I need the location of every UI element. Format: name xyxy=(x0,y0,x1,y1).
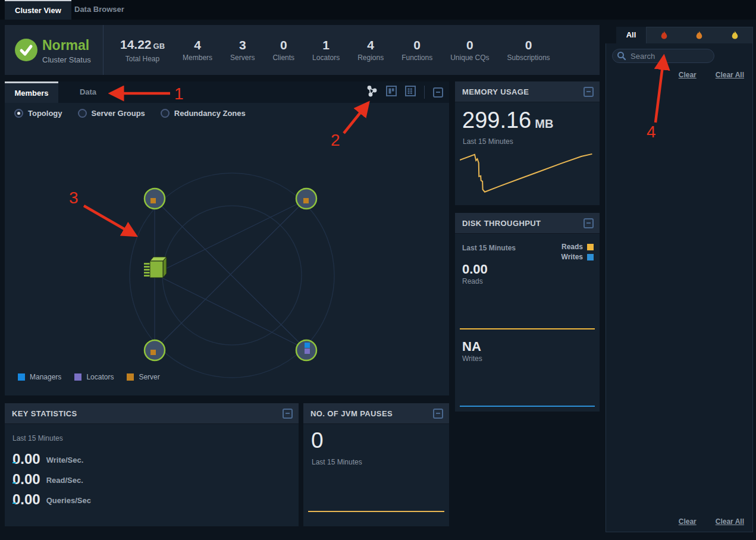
server-color-swatch xyxy=(127,373,134,381)
disk-throughput-widget: DISK THROUGHPUT Last 15 Minutes Reads Wr… xyxy=(455,213,600,412)
stat-unique-cqs: 0Unique CQs xyxy=(450,38,489,62)
jvm-pauses-caption: Last 15 Minutes xyxy=(312,458,362,466)
top-tab-bar: Cluster View Data Browser xyxy=(0,0,756,20)
collapse-icon-jvm[interactable] xyxy=(433,409,443,419)
disk-reads-chart xyxy=(460,327,595,331)
cluster-status-label: Cluster Status xyxy=(42,55,91,64)
cluster-header: Normal Cluster Status 14.22GB Total Heap… xyxy=(5,25,600,75)
jvm-pauses-widget: NO. OF JVM PAUSES 0 Last 15 Minutes xyxy=(303,403,449,526)
alert-severity-tabs xyxy=(646,27,753,43)
error-flame-icon[interactable] xyxy=(682,27,717,43)
member-node-server-1[interactable] xyxy=(145,189,165,209)
stat-locators: 1Locators xyxy=(312,38,340,62)
tab-cluster-view[interactable]: Cluster View xyxy=(5,0,71,20)
alerts-panel: All Clear Clear All Clear Clear All xyxy=(606,27,753,532)
clear-link-bottom[interactable]: Clear xyxy=(679,517,697,526)
cluster-status-block: Normal Cluster Status xyxy=(5,25,103,75)
cluster-status-value: Normal xyxy=(42,37,89,54)
stat-total-heap: 14.22GB Total Heap xyxy=(120,37,165,63)
legend-locators: Locators xyxy=(74,373,114,381)
jvm-pauses-chart xyxy=(308,510,444,513)
disk-throughput-title: DISK THROUGHPUT xyxy=(462,219,541,228)
disk-reads-value: 0.00 xyxy=(462,262,488,277)
jvm-pauses-value: 0 xyxy=(311,428,324,453)
alerts-tab-all[interactable]: All xyxy=(616,27,646,43)
warning-flame-icon[interactable] xyxy=(717,27,752,43)
stat-clients: 0Clients xyxy=(272,38,294,62)
members-panel: Members Data xyxy=(5,81,449,395)
host-member-icon[interactable] xyxy=(144,257,167,278)
writes-color-swatch xyxy=(587,254,594,260)
cluster-stats-row: 14.22GB Total Heap 4Members 3Servers 0Cl… xyxy=(103,25,600,75)
key-statistics-widget: KEY STATISTICS Last 15 Minutes 0.00 Writ… xyxy=(5,403,299,526)
critical-flame-icon[interactable] xyxy=(647,27,682,43)
stat-functions: 0Functions xyxy=(401,38,432,62)
key-statistics-caption: Last 15 Minutes xyxy=(12,434,63,442)
member-node-server-2[interactable] xyxy=(296,189,316,209)
clear-all-link-bottom[interactable]: Clear All xyxy=(716,517,744,526)
disk-throughput-legend: Reads Writes xyxy=(561,243,594,261)
collapse-icon-disk[interactable] xyxy=(584,218,594,228)
search-icon xyxy=(617,51,626,61)
stat-members: 4Members xyxy=(183,38,212,62)
legend-writes: Writes xyxy=(561,253,594,261)
managers-color-swatch xyxy=(18,373,25,381)
legend-managers: Managers xyxy=(18,373,61,381)
memory-usage-chart xyxy=(460,150,595,200)
jvm-pauses-title: NO. OF JVM PAUSES xyxy=(310,409,393,418)
disk-writes-value: NA xyxy=(462,339,481,354)
member-node-server-3[interactable] xyxy=(145,340,165,360)
tab-data-browser[interactable]: Data Browser xyxy=(64,0,134,20)
disk-writes-label: Writes xyxy=(462,354,482,363)
memory-usage-title: MEMORY USAGE xyxy=(462,87,529,96)
legend-reads: Reads xyxy=(561,243,594,251)
grid-view-icon[interactable] xyxy=(405,86,416,99)
stat-subscriptions: 0Subscriptions xyxy=(507,38,550,62)
alerts-search-input[interactable] xyxy=(612,49,714,63)
status-check-icon xyxy=(15,39,37,61)
treemap-view-icon[interactable] xyxy=(386,86,397,99)
clear-link-top[interactable]: Clear xyxy=(679,71,697,79)
disk-writes-chart xyxy=(460,404,595,408)
disk-throughput-caption: Last 15 Minutes xyxy=(462,244,516,252)
alerts-list: Clear Clear All Clear Clear All xyxy=(606,43,753,532)
collapse-icon-members[interactable] xyxy=(433,87,443,98)
member-node-manager-locator[interactable] xyxy=(296,340,316,360)
stat-row-writes: 0.00 Write/Sec. xyxy=(12,446,290,466)
topology-graph xyxy=(5,103,449,395)
disk-reads-label: Reads xyxy=(462,277,483,285)
key-statistics-title: KEY STATISTICS xyxy=(12,409,77,418)
memory-usage-widget: MEMORY USAGE 299.16MB Last 15 Minutes xyxy=(455,81,600,205)
locators-color-swatch xyxy=(74,373,81,381)
collapse-icon-keystats[interactable] xyxy=(283,409,293,419)
stat-row-reads: 0.00 Read/Sec. xyxy=(12,466,290,486)
tab-members[interactable]: Members xyxy=(5,81,58,103)
writes-sparkline xyxy=(12,461,16,464)
members-panel-tabrow: Members Data xyxy=(5,81,449,103)
memory-usage-value: 299.16MB xyxy=(462,108,553,133)
topology-legend: Managers Locators Server xyxy=(18,373,160,381)
stat-regions: 4Regions xyxy=(357,38,384,62)
stat-servers: 3Servers xyxy=(230,38,255,62)
reads-sparkline xyxy=(12,481,16,485)
reads-color-swatch xyxy=(587,244,594,250)
clear-all-link-top[interactable]: Clear All xyxy=(716,71,744,79)
toolbar-divider xyxy=(424,86,425,99)
network-view-icon[interactable] xyxy=(366,85,378,99)
legend-server: Server xyxy=(127,373,159,381)
queries-sparkline xyxy=(12,501,16,505)
collapse-icon-memory[interactable] xyxy=(584,87,594,97)
stat-row-queries: 0.00 Queries/Sec xyxy=(12,486,290,507)
tab-data[interactable]: Data xyxy=(69,81,107,103)
memory-usage-caption: Last 15 Minutes xyxy=(463,137,513,146)
